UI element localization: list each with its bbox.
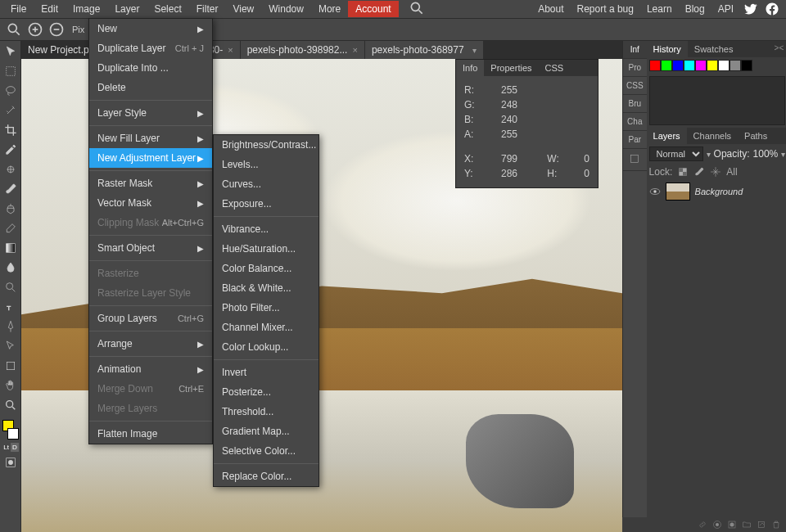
- tab-css[interactable]: CSS: [539, 60, 571, 76]
- swatch[interactable]: [730, 60, 741, 71]
- blur-tool[interactable]: [2, 259, 20, 277]
- trash-icon[interactable]: [771, 520, 781, 530]
- close-icon[interactable]: ×: [352, 45, 357, 55]
- submenu-item[interactable]: Threshold...: [214, 402, 318, 422]
- doc-tab-2[interactable]: pexels-photo-398982...×: [241, 41, 365, 59]
- folder-icon[interactable]: [742, 520, 752, 530]
- rtab-css[interactable]: CSS: [623, 77, 647, 95]
- tab-history[interactable]: History: [647, 41, 688, 57]
- submenu-item[interactable]: Photo Filter...: [214, 298, 318, 318]
- menu-more[interactable]: More: [311, 1, 348, 17]
- menu-item[interactable]: New▶: [89, 19, 212, 38]
- swatch[interactable]: [695, 60, 707, 71]
- menu-filter[interactable]: Filter: [189, 1, 226, 17]
- eyedropper-tool[interactable]: [2, 141, 20, 159]
- zoom-in-icon[interactable]: [27, 21, 43, 38]
- path-tool[interactable]: [2, 337, 20, 355]
- rtab-pro[interactable]: Pro: [623, 59, 647, 77]
- doc-tab-3[interactable]: pexels-photo-368977▾: [365, 41, 484, 59]
- zoom-tool[interactable]: [2, 396, 20, 414]
- submenu-item[interactable]: Gradient Map...: [214, 422, 318, 441]
- clone-tool[interactable]: [2, 200, 20, 218]
- visibility-icon[interactable]: [649, 186, 661, 197]
- panel-corner[interactable]: ><: [770, 41, 786, 57]
- menu-edit[interactable]: Edit: [34, 1, 66, 17]
- healing-tool[interactable]: [2, 160, 20, 178]
- tab-info[interactable]: Info: [456, 60, 484, 76]
- eraser-tool[interactable]: [2, 219, 20, 237]
- menu-item[interactable]: Group LayersCtrl+G: [89, 309, 212, 328]
- menu-file[interactable]: File: [3, 1, 34, 17]
- submenu-item[interactable]: Curves...: [214, 174, 318, 194]
- twitter-icon[interactable]: [743, 2, 758, 16]
- layer-row-background[interactable]: Background: [647, 180, 786, 203]
- menu-item[interactable]: Duplicate LayerCtrl + J: [89, 38, 212, 58]
- submenu-item[interactable]: Selective Color...: [214, 441, 318, 461]
- facebook-icon[interactable]: [765, 2, 779, 16]
- quickmask-tool[interactable]: [2, 453, 20, 471]
- swatch[interactable]: [718, 60, 730, 71]
- menu-item[interactable]: Arrange▶: [89, 334, 212, 354]
- menu-item[interactable]: New Adjustment Layer▶: [89, 148, 212, 168]
- menu-account[interactable]: Account: [348, 1, 398, 17]
- lock-transparent-icon[interactable]: [677, 166, 689, 178]
- submenu-item[interactable]: Posterize...: [214, 382, 318, 402]
- link-api[interactable]: API: [711, 1, 740, 17]
- background-color[interactable]: [7, 428, 19, 440]
- fx-icon[interactable]: [712, 520, 722, 530]
- new-layer-icon[interactable]: [757, 520, 766, 530]
- menu-item[interactable]: Flatten Image: [89, 424, 212, 444]
- zoom-out-icon[interactable]: [48, 21, 65, 38]
- rtab-cha[interactable]: Cha: [623, 113, 647, 131]
- search-icon[interactable]: [6, 21, 22, 38]
- brush-tool[interactable]: [2, 180, 20, 198]
- lock-position-icon[interactable]: [710, 166, 721, 178]
- link-about[interactable]: About: [531, 1, 570, 17]
- menu-window[interactable]: Window: [261, 1, 311, 17]
- swatch[interactable]: [684, 60, 695, 71]
- wand-tool[interactable]: [2, 101, 20, 119]
- link-icon[interactable]: [698, 520, 707, 530]
- chevron-down-icon[interactable]: ▾: [472, 46, 477, 55]
- tab-swatches[interactable]: Swatches: [688, 41, 740, 57]
- menu-item[interactable]: Raster Mask▶: [89, 174, 212, 193]
- swatch[interactable]: [661, 60, 672, 71]
- link-bug[interactable]: Report a bug: [571, 1, 640, 17]
- lock-pixels-icon[interactable]: [693, 166, 705, 178]
- tab-paths[interactable]: Paths: [738, 128, 774, 144]
- menu-layer[interactable]: Layer: [107, 1, 147, 17]
- lock-all[interactable]: All: [726, 166, 737, 178]
- submenu-item[interactable]: Levels...: [214, 155, 318, 174]
- swatch[interactable]: [672, 60, 684, 71]
- submenu-item[interactable]: Channel Mixer...: [214, 318, 318, 337]
- tab-layers[interactable]: Layers: [647, 128, 687, 144]
- submenu-item[interactable]: Vibrance...: [214, 219, 318, 239]
- submenu-item[interactable]: Exposure...: [214, 194, 318, 214]
- submenu-item[interactable]: Black & White...: [214, 278, 318, 298]
- crop-tool[interactable]: [2, 121, 20, 139]
- menu-item[interactable]: Duplicate Into ...: [89, 58, 212, 78]
- layer-name[interactable]: Background: [695, 187, 743, 196]
- rtab-par[interactable]: Par: [623, 131, 647, 149]
- menu-select[interactable]: Select: [147, 1, 188, 17]
- gradient-tool[interactable]: [2, 239, 20, 257]
- rtab-inf[interactable]: Inf: [623, 41, 647, 59]
- menu-item[interactable]: Delete: [89, 78, 212, 97]
- submenu-item[interactable]: Color Lookup...: [214, 337, 318, 357]
- type-tool[interactable]: T: [2, 298, 20, 316]
- dodge-tool[interactable]: [2, 278, 20, 296]
- hand-tool[interactable]: [2, 376, 20, 394]
- menu-view[interactable]: View: [225, 1, 261, 17]
- close-icon[interactable]: ×: [228, 45, 233, 55]
- menu-item[interactable]: New Fill Layer▶: [89, 128, 212, 148]
- menu-item[interactable]: Smart Object▶: [89, 238, 212, 258]
- shape-tool[interactable]: [2, 357, 20, 375]
- menu-image[interactable]: Image: [66, 1, 107, 17]
- submenu-item[interactable]: Brightness/Contrast...: [214, 135, 318, 155]
- submenu-item[interactable]: Invert: [214, 363, 318, 382]
- opacity-value[interactable]: 100%: [753, 148, 779, 160]
- menu-item[interactable]: Layer Style▶: [89, 103, 212, 123]
- move-tool[interactable]: [2, 43, 20, 61]
- lasso-tool[interactable]: [2, 82, 20, 100]
- rtab-icon[interactable]: [623, 149, 647, 171]
